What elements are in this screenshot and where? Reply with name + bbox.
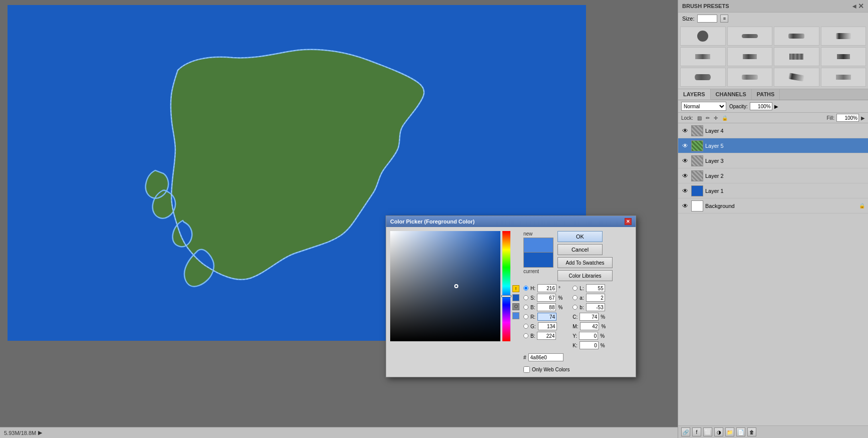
layer-visibility-toggle[interactable]: 👁 [681,202,689,210]
tab-paths[interactable]: PATHS [752,89,780,100]
blend-mode-select[interactable]: Normal [681,102,726,111]
brush-item[interactable] [774,68,819,87]
new-layer-btn[interactable]: 📄 [736,427,745,436]
color-picker-dialog[interactable]: Color Picker (Foreground Color) ✕ ! ⬡ [386,215,636,377]
layer-style-btn[interactable]: f [692,427,701,436]
s-input[interactable]: 67 [537,294,556,302]
add-to-swatches-button[interactable]: Add To Swatches [557,257,613,268]
fill-input[interactable] [836,114,859,122]
m-input[interactable]: 42 [580,322,599,330]
panel-icon-1[interactable]: ◂ [852,2,856,10]
layer-visibility-toggle[interactable]: 👁 [681,157,689,165]
b-input[interactable]: 88 [537,303,556,311]
only-web-colors-checkbox[interactable] [523,366,530,373]
web-safe-swatch[interactable] [512,312,519,319]
brush-item[interactable] [774,27,819,46]
color-spectrum[interactable] [390,231,500,341]
b2-input[interactable]: 224 [537,332,556,340]
brush-size-input[interactable] [697,15,717,23]
a-input[interactable]: 2 [586,294,605,302]
c-input[interactable]: 74 [580,313,599,321]
brush-item[interactable] [821,68,866,87]
h-input[interactable]: 216 [537,284,556,292]
r-input[interactable]: 74 [537,313,556,321]
delete-layer-btn[interactable]: 🗑 [747,427,756,436]
layer-visibility-toggle[interactable]: 👁 [681,127,689,135]
layer-visibility-toggle[interactable]: 👁 [681,187,689,195]
brush-item[interactable] [680,47,726,66]
ok-button[interactable]: OK [557,231,603,242]
right-panel: BRUSH PRESETS ◂ ✕ Size: ≡ [678,0,868,438]
cancel-button[interactable]: Cancel [557,244,603,255]
color-libraries-button[interactable]: Color Libraries [557,270,613,281]
s-radio[interactable] [523,295,528,300]
b-unit: % [558,305,562,310]
brush-item[interactable] [727,27,773,46]
hue-slider[interactable] [502,231,510,341]
s-label: S: [530,295,535,301]
out-of-gamut-swatch[interactable] [512,294,519,301]
hex-input[interactable]: 4a86e0 [528,353,563,361]
brush-options-btn[interactable]: ≡ [720,15,728,23]
r-row: R: 74 [523,313,562,321]
link-layers-btn[interactable]: 🔗 [681,427,690,436]
s-row: S: 67 % [523,294,562,302]
lock-position-icon[interactable]: ✛ [714,115,718,121]
k-input[interactable]: 0 [580,341,599,349]
lock-transparent-icon[interactable]: ▨ [697,115,702,121]
layer-name: Layer 4 [705,128,865,134]
tab-layers[interactable]: LAYERS [678,89,711,100]
layer-item[interactable]: 👁 Layer 4 [678,123,868,138]
layer-name: Layer 2 [705,173,865,179]
r-radio[interactable] [523,314,528,319]
out-of-gamut-icon[interactable]: ! [512,285,519,292]
preview-buttons-row: new current OK Cancel Add To Swatches Co… [523,231,632,281]
a-radio[interactable] [572,295,577,300]
web-safe-icon[interactable]: ⬡ [512,303,519,310]
adjustment-layer-btn[interactable]: ◑ [714,427,723,436]
layers-panel: LAYERS CHANNELS PATHS Normal Opacity: ▶ … [678,89,868,438]
layer-item[interactable]: 👁 Layer 2 [678,168,868,183]
brush-item[interactable] [821,47,866,66]
layer-visibility-toggle[interactable]: 👁 [681,142,689,150]
tab-channels[interactable]: CHANNELS [711,89,752,100]
g-input[interactable]: 134 [538,322,557,330]
l-radio[interactable] [572,286,577,291]
brush-item[interactable] [727,47,773,66]
layer-visibility-toggle[interactable]: 👁 [681,172,689,180]
lock-image-icon[interactable]: ✏ [706,115,710,121]
layer-item[interactable]: 👁 Background 🔒 [678,198,868,213]
y-input[interactable]: 0 [579,332,598,340]
a-row: a: 2 [572,294,606,302]
lab-b-input[interactable]: -53 [586,303,605,311]
l-input[interactable]: 55 [586,284,605,292]
hue-handle [501,295,511,297]
layer-item[interactable]: 👁 Layer 1 [678,183,868,198]
b2-radio[interactable] [523,333,528,338]
status-arrow[interactable]: ▶ [38,429,42,436]
brush-item[interactable] [821,27,866,46]
brush-item[interactable] [680,27,726,46]
layer-item[interactable]: 👁 Layer 3 [678,153,868,168]
fill-arrow[interactable]: ▶ [861,115,865,121]
b-radio[interactable] [523,305,528,310]
brush-size-row: Size: ≡ [678,13,868,25]
dialog-close-button[interactable]: ✕ [625,218,632,225]
current-color-swatch[interactable] [523,253,553,268]
brush-item[interactable] [680,68,726,87]
group-layers-btn[interactable]: 📁 [725,427,734,436]
layer-name: Layer 3 [705,158,865,164]
lock-all-icon[interactable]: 🔒 [722,115,728,121]
g-radio[interactable] [523,324,528,329]
h-radio[interactable] [523,286,528,291]
brush-item[interactable] [774,47,819,66]
dialog-body: ! ⬡ new current [386,227,636,377]
panel-icon-2[interactable]: ✕ [858,2,864,10]
lab-b-radio[interactable] [572,305,577,310]
layer-name: Layer 1 [705,188,865,194]
layer-item[interactable]: 👁 Layer 5 [678,138,868,153]
layer-mask-btn[interactable]: ⬜ [703,427,712,436]
opacity-arrow[interactable]: ▶ [774,104,778,109]
opacity-input[interactable] [750,102,772,110]
brush-item[interactable] [727,68,773,87]
